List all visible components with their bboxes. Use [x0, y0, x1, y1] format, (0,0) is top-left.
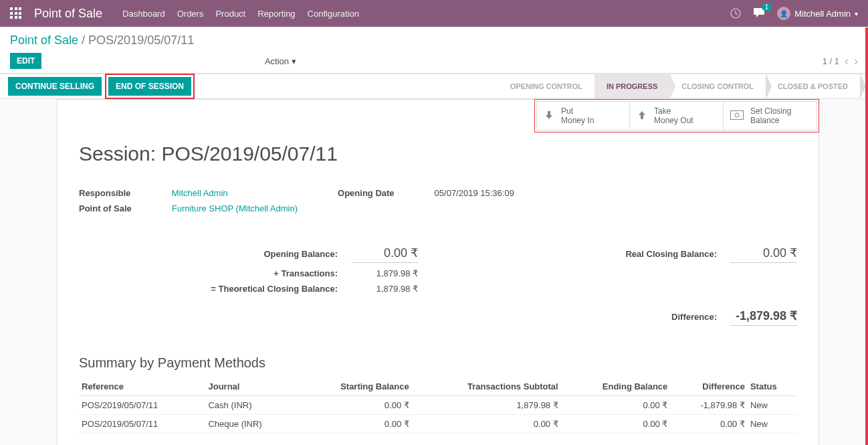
- sheet: Put Money In Take Money Out Set Closing …: [57, 99, 819, 445]
- status-row: CONTINUE SELLING END OF SESSION OPENING …: [0, 74, 868, 99]
- pos-value[interactable]: Furniture SHOP (Mitchell Admin): [172, 201, 298, 216]
- stat-label: Put Money In: [561, 106, 594, 126]
- page-title: Session: POS/2019/05/07/11: [79, 143, 797, 165]
- th-subtotal: Transactions Subtotal: [412, 377, 561, 396]
- difference-value: -1,879.98 ₹: [730, 308, 797, 326]
- balance-left: Opening Balance:0.00 ₹ + Transactions:1,…: [79, 243, 418, 329]
- nav-reporting[interactable]: Reporting: [257, 9, 295, 19]
- responsible-value[interactable]: Mitchell Admin: [172, 185, 298, 201]
- pos-label: Point of Sale: [79, 201, 172, 216]
- take-money-out-button[interactable]: Take Money Out: [630, 101, 724, 130]
- caret-down-icon: ▾: [855, 10, 858, 17]
- stage-opening-control[interactable]: OPENING CONTROL: [498, 74, 594, 99]
- breadcrumb: Point of Sale / POS/2019/05/07/11: [10, 33, 858, 48]
- cp-row: EDIT Action ▾ 1 / 1 ‹ ›: [10, 53, 858, 69]
- theoretical-label: = Theoretical Closing Balance:: [211, 284, 338, 294]
- info-grid: Responsible Mitchell Admin Point of Sale…: [79, 185, 797, 216]
- chat-icon[interactable]: 1: [753, 7, 765, 20]
- breadcrumb-root[interactable]: Point of Sale: [10, 33, 78, 47]
- difference-label: Difference:: [671, 312, 717, 322]
- button-box: Put Money In Take Money Out Set Closing …: [534, 99, 819, 132]
- brand[interactable]: Point of Sale: [34, 7, 102, 21]
- topbar: Point of Sale Dashboard Orders Product R…: [0, 0, 868, 27]
- th-journal: Journal: [205, 377, 297, 396]
- th-difference: Difference: [670, 377, 748, 396]
- summary-table: Reference Journal Starting Balance Trans…: [79, 377, 797, 434]
- put-money-in-button[interactable]: Put Money In: [536, 101, 630, 130]
- stage-in-progress[interactable]: IN PROGRESS: [594, 74, 669, 99]
- nav-product[interactable]: Product: [215, 9, 245, 19]
- summary-title: Summary by Payment Methods: [79, 355, 797, 371]
- th-starting: Starting Balance: [297, 377, 411, 396]
- svg-point-2: [735, 113, 739, 117]
- pager-text: 1 / 1: [823, 56, 839, 66]
- status-stages: OPENING CONTROL IN PROGRESS CLOSING CONT…: [498, 74, 860, 98]
- table-row[interactable]: POS/2019/05/07/11 Cheque (INR) 0.00 ₹ 0.…: [79, 415, 797, 434]
- money-icon: [730, 110, 744, 122]
- stage-closed-posted[interactable]: CLOSED & POSTED: [766, 74, 860, 99]
- real-closing-label: Real Closing Balance:: [625, 249, 717, 259]
- user-menu[interactable]: 👤 Mitchell Admin ▾: [777, 7, 858, 20]
- th-status: Status: [748, 377, 797, 396]
- breadcrumb-current: POS/2019/05/07/11: [88, 33, 194, 47]
- action-dropdown[interactable]: Action ▾: [265, 56, 296, 66]
- end-session-highlight: END OF SESSION: [107, 76, 193, 97]
- sheet-wrap: Put Money In Take Money Out Set Closing …: [0, 99, 868, 445]
- stat-label: Set Closing Balance: [750, 106, 791, 126]
- avatar: 👤: [777, 7, 790, 20]
- real-closing-value: 0.00 ₹: [730, 246, 797, 263]
- theoretical-value: 1,879.98 ₹: [351, 284, 418, 294]
- set-closing-balance-button[interactable]: Set Closing Balance: [724, 101, 817, 130]
- chat-badge: 1: [762, 3, 772, 11]
- info-col-left: Responsible Mitchell Admin Point of Sale…: [79, 185, 298, 216]
- arrow-up-icon: [637, 110, 647, 122]
- transactions-label: + Transactions:: [274, 268, 338, 278]
- opening-balance-label: Opening Balance:: [263, 249, 338, 259]
- pager-next[interactable]: ›: [854, 54, 858, 68]
- nav-orders[interactable]: Orders: [177, 9, 204, 19]
- transactions-value: 1,879.98 ₹: [351, 268, 418, 278]
- opening-date-value: 05/07/2019 15:36:09: [435, 185, 514, 216]
- opening-balance-value: 0.00 ₹: [351, 246, 418, 263]
- svg-rect-1: [731, 110, 744, 119]
- th-reference: Reference: [79, 377, 205, 396]
- table-row[interactable]: POS/2019/05/07/11 Cash (INR) 0.00 ₹ 1,87…: [79, 396, 797, 415]
- nav-dashboard[interactable]: Dashboard: [122, 9, 165, 19]
- th-ending: Ending Balance: [561, 377, 671, 396]
- status-buttons: CONTINUE SELLING END OF SESSION: [8, 74, 193, 98]
- control-panel: Point of Sale / POS/2019/05/07/11 EDIT A…: [0, 27, 868, 74]
- info-col-right: Opening Date 05/07/2019 15:36:09: [338, 185, 514, 216]
- edit-button[interactable]: EDIT: [10, 53, 41, 69]
- user-name: Mitchell Admin: [794, 9, 851, 19]
- responsible-label: Responsible: [79, 185, 172, 201]
- arrow-down-icon: [544, 110, 554, 122]
- stage-closing-control[interactable]: CLOSING CONTROL: [669, 74, 766, 99]
- stat-label: Take Money Out: [654, 106, 693, 126]
- pager: 1 / 1 ‹ ›: [823, 54, 858, 68]
- apps-icon[interactable]: [10, 7, 22, 19]
- clock-icon[interactable]: [730, 8, 741, 19]
- balance-right: Real Closing Balance:0.00 ₹ Difference:-…: [458, 243, 797, 329]
- end-of-session-button[interactable]: END OF SESSION: [108, 77, 191, 96]
- topbar-right: 1 👤 Mitchell Admin ▾: [730, 7, 858, 20]
- highlight-right-edge: [865, 27, 868, 445]
- caret-down-icon: ▾: [292, 56, 296, 66]
- balance-section: Opening Balance:0.00 ₹ + Transactions:1,…: [79, 243, 797, 329]
- pager-prev[interactable]: ‹: [845, 54, 849, 68]
- topbar-left: Point of Sale Dashboard Orders Product R…: [10, 7, 371, 21]
- continue-selling-button[interactable]: CONTINUE SELLING: [8, 77, 102, 96]
- nav-configuration[interactable]: Configuration: [308, 9, 359, 19]
- opening-date-label: Opening Date: [338, 185, 435, 216]
